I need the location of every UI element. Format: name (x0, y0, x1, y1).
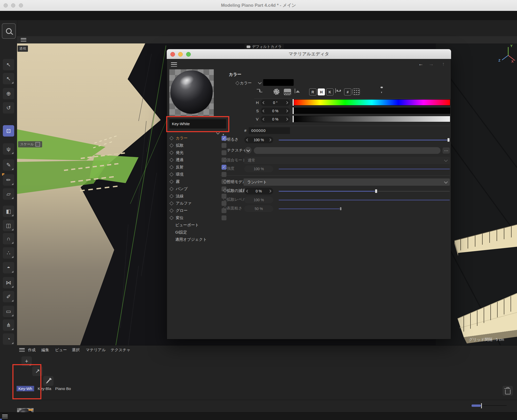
page-viewport[interactable]: ビューポート (168, 222, 230, 228)
tool-snap-hand[interactable]: ψ (3, 143, 14, 155)
increment-icon[interactable] (285, 118, 288, 121)
tool-scale[interactable]: ⊡ (3, 125, 14, 137)
tool-sketch[interactable]: ✏ (3, 174, 14, 186)
decrement-icon[interactable] (246, 138, 249, 141)
menu-view2[interactable]: ビュー (55, 348, 67, 352)
up-icon[interactable]: ↑ (442, 61, 445, 67)
lighting-model-select[interactable] (244, 178, 450, 186)
texture-expand-button[interactable] (245, 147, 252, 154)
hex-input[interactable]: 000000 (249, 127, 290, 134)
page-assigned-objects[interactable]: 適用オブジェクト (168, 236, 230, 243)
material-name-label[interactable]: Piano Bo (54, 386, 72, 391)
tool-move[interactable]: ⊕ (3, 88, 14, 99)
channel-row-luminance[interactable]: 発光 (168, 149, 230, 156)
editor-menu-burger-icon[interactable] (171, 62, 177, 67)
tool-live-selection[interactable]: ↖ (3, 73, 14, 84)
forward-icon[interactable]: → (429, 61, 434, 67)
tool-select[interactable]: ↖ (3, 59, 14, 70)
hex-mode-button[interactable]: # (344, 88, 351, 95)
saturation-stepper[interactable]: 0 % (261, 108, 290, 114)
tool-volume[interactable]: ◓ (3, 262, 14, 273)
hue-gradient-bar[interactable] (293, 99, 450, 106)
channel-row-bump[interactable]: バンプ (168, 186, 230, 192)
channel-row-environment[interactable]: 環境 (168, 171, 230, 177)
channel-row-fog[interactable]: 霧 (168, 178, 230, 185)
channel-row-glow[interactable]: グロー (168, 207, 230, 214)
decrement-icon[interactable] (262, 101, 265, 104)
channel-checkbox[interactable] (222, 172, 226, 177)
tool-deformer[interactable]: ▭ (3, 306, 14, 317)
tool-generator[interactable]: ◫ (3, 220, 14, 231)
increment-icon[interactable] (285, 109, 288, 112)
tool-rotate[interactable]: ↺ (3, 102, 14, 114)
back-icon[interactable]: ← (418, 61, 423, 67)
saturation-marker[interactable] (292, 107, 294, 114)
viewport-menu-burger-icon[interactable] (21, 38, 26, 42)
channel-row-reflectance[interactable]: 反射✓ (168, 164, 230, 170)
decrement-icon[interactable] (262, 109, 265, 112)
image-picker-icon[interactable] (295, 88, 295, 93)
spectrum-icon[interactable] (284, 89, 291, 95)
channel-checkbox[interactable] (222, 215, 226, 220)
brightness-stepper[interactable]: 100 % (244, 137, 273, 143)
hue-stepper[interactable]: 0 ° (261, 99, 290, 106)
value-gradient-bar[interactable] (293, 116, 450, 122)
tool-symmetry[interactable]: ⋈ (3, 277, 14, 288)
diffuse-falloff-slider[interactable] (279, 191, 376, 192)
decrement-icon[interactable] (262, 118, 265, 121)
brightness-slider[interactable] (279, 140, 450, 140)
channel-row-transparency[interactable]: 透過 (168, 157, 230, 163)
channel-checkbox[interactable] (222, 150, 226, 155)
menu-select[interactable]: 選択 (72, 348, 80, 352)
texture-field[interactable] (254, 147, 440, 154)
increment-icon[interactable] (268, 138, 271, 141)
diffuse-falloff-handle[interactable] (375, 189, 377, 193)
compact-ui-icon[interactable] (335, 88, 336, 93)
thumbnail-zoom-handle[interactable] (481, 403, 482, 409)
tool-cube[interactable]: ◧ (3, 206, 14, 217)
material-editor-titlebar[interactable]: マテリアルエディタ (167, 49, 451, 59)
channel-row-displacement[interactable]: 変位 (168, 215, 230, 221)
kelvin-mode-button[interactable]: K (326, 88, 333, 95)
color-swatch[interactable] (263, 79, 294, 86)
pick-material-button[interactable] (43, 376, 54, 386)
delete-material-button[interactable] (503, 386, 513, 396)
increment-icon[interactable] (285, 101, 288, 104)
swatches-grid-icon[interactable] (353, 88, 360, 95)
camera-label[interactable]: デフォルトカメラ (245, 44, 284, 50)
viewport-filter-tool[interactable] (2, 23, 16, 39)
manager-menu-burger-icon[interactable] (19, 348, 25, 352)
decrement-icon[interactable] (246, 190, 249, 192)
tool-spline-arch[interactable]: ∩ (3, 233, 14, 244)
channel-checkbox[interactable] (222, 201, 226, 206)
texture-browse-button[interactable]: ⋯ (443, 147, 450, 154)
tool-brush[interactable]: ✐ (3, 291, 14, 302)
channel-row-color[interactable]: カラー✓ (168, 135, 230, 141)
tool-plane[interactable]: ▱ (3, 188, 14, 200)
brightness-slider-handle[interactable] (447, 138, 450, 142)
menu-create[interactable]: 作成 (28, 348, 36, 352)
menu-edit[interactable]: 編集 (41, 348, 49, 352)
channel-row-normal[interactable]: 法線 (168, 193, 230, 199)
tool-cloner[interactable]: ∴ (3, 247, 14, 259)
menu-texture[interactable]: テクスチャ (111, 348, 131, 352)
channel-row-alpha[interactable]: アルファ (168, 200, 230, 206)
channel-checkbox[interactable] (222, 143, 226, 148)
tool-pen[interactable]: ✎ (3, 159, 14, 171)
hue-marker[interactable] (292, 99, 294, 106)
color-wheel-icon[interactable] (273, 89, 279, 95)
increment-icon[interactable] (268, 190, 271, 192)
diffuse-falloff-slider-rest[interactable] (377, 191, 450, 192)
menu-material[interactable]: マテリアル (86, 348, 106, 352)
material-preview[interactable] (169, 69, 214, 116)
rgb-mode-button[interactable]: R (309, 88, 316, 95)
page-gi-settings[interactable]: GI設定 (168, 229, 230, 235)
channel-row-diffusion[interactable]: 拡散 (168, 142, 230, 148)
diffuse-falloff-stepper[interactable]: 0 % (244, 188, 273, 194)
tool-rig[interactable]: ⋔ (3, 319, 14, 331)
tool-measure[interactable]: ◔ (3, 333, 14, 345)
saturation-gradient-bar[interactable] (293, 108, 450, 114)
value-marker[interactable] (292, 115, 294, 123)
hsv-mode-button[interactable]: H (318, 88, 325, 95)
value-stepper[interactable]: 0 % (261, 116, 290, 123)
